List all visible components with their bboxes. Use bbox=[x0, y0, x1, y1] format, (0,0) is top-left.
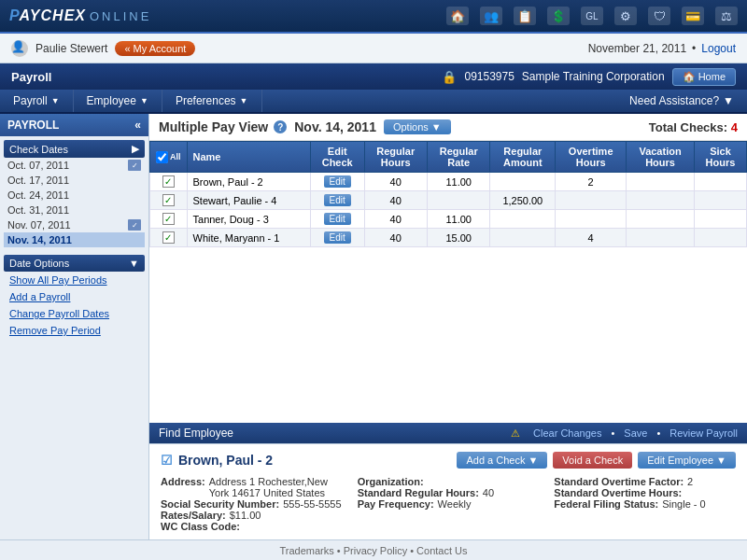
shield-nav-icon[interactable]: 🛡 bbox=[648, 7, 670, 25]
row4-edit-cell[interactable]: Edit bbox=[310, 229, 364, 247]
row2-edit-cell[interactable]: Edit bbox=[310, 191, 364, 210]
row1-vac-hours bbox=[627, 173, 695, 191]
action-links: ⚠ Clear Changes • Save • Review Payroll bbox=[511, 427, 738, 440]
date-options-arrow-icon: ▼ bbox=[129, 258, 139, 269]
row1-checkbox[interactable]: ✓ bbox=[162, 175, 175, 188]
col-regular-rate: RegularRate bbox=[427, 142, 489, 173]
people-nav-icon[interactable]: 👥 bbox=[480, 7, 502, 25]
row3-reg-amount bbox=[490, 210, 556, 229]
add-check-arrow-icon: ▼ bbox=[528, 455, 538, 466]
check-dates-header[interactable]: Check Dates ▶ bbox=[4, 140, 145, 158]
payroll-section-title: Payroll bbox=[11, 70, 51, 84]
balance-nav-icon[interactable]: ⚖ bbox=[715, 7, 738, 25]
check-date-oct31[interactable]: Oct. 31, 2011 bbox=[4, 203, 145, 217]
pay-freq-row: Pay Frequency: Weekly bbox=[358, 498, 540, 510]
select-all-checkbox[interactable] bbox=[156, 151, 168, 163]
row3-vac-hours bbox=[627, 210, 695, 229]
user-avatar: 👤 bbox=[11, 40, 28, 57]
check-dates-arrow-icon: ▶ bbox=[132, 143, 139, 155]
row4-edit-button[interactable]: Edit bbox=[324, 231, 351, 244]
date-option-remove-period[interactable]: Remove Pay Period bbox=[4, 322, 145, 339]
row3-edit-button[interactable]: Edit bbox=[324, 213, 351, 225]
row2-name: Stewart, Paulie - 4 bbox=[187, 191, 310, 210]
settings-nav-icon[interactable]: ⚙ bbox=[614, 7, 637, 25]
table-row: ✓ Brown, Paul - 2 Edit 40 11.00 2 bbox=[150, 173, 747, 191]
row1-reg-hours: 40 bbox=[364, 173, 427, 191]
row2-reg-amount: 1,250.00 bbox=[490, 191, 556, 210]
check-date-nov14[interactable]: Nov. 14, 2011 bbox=[4, 232, 145, 247]
menu-preferences[interactable]: Preferences ▼ bbox=[162, 90, 262, 112]
edit-employee-button[interactable]: Edit Employee ▼ bbox=[638, 452, 736, 469]
row3-checkbox[interactable]: ✓ bbox=[162, 213, 175, 225]
std-reg-hours-row: Standard Regular Hours: 40 bbox=[358, 487, 540, 498]
row1-sick-hours bbox=[694, 173, 746, 191]
date-option-add-payroll[interactable]: Add a Payroll bbox=[4, 288, 145, 305]
rates-row: Rates/Salary: $11.00 bbox=[161, 510, 343, 521]
sidebar-collapse-icon[interactable]: « bbox=[134, 119, 141, 132]
clear-changes-link[interactable]: Clear Changes bbox=[533, 427, 601, 439]
row2-checkbox-cell[interactable]: ✓ bbox=[150, 191, 188, 210]
row3-name: Tanner, Doug - 3 bbox=[187, 210, 310, 229]
check-date-oct07[interactable]: Oct. 07, 2011 ✓ bbox=[4, 158, 145, 173]
add-check-button[interactable]: Add a Check ▼ bbox=[457, 452, 547, 469]
company-name: Sample Training Corporation bbox=[522, 70, 665, 83]
col-regular-hours: RegularHours bbox=[364, 142, 427, 173]
table-row: ✓ White, Maryann - 1 Edit 40 15.00 4 bbox=[150, 229, 747, 247]
gl-nav-icon[interactable]: GL bbox=[581, 7, 603, 25]
home-button[interactable]: 🏠 Home bbox=[672, 68, 736, 86]
date-option-show-all[interactable]: Show All Pay Periods bbox=[4, 272, 145, 288]
row2-vac-hours bbox=[627, 191, 695, 210]
row1-name: Brown, Paul - 2 bbox=[187, 173, 310, 191]
check-date-oct24[interactable]: Oct. 24, 2011 bbox=[4, 188, 145, 203]
row4-sick-hours bbox=[694, 229, 746, 247]
row3-checkbox-cell[interactable]: ✓ bbox=[150, 210, 188, 229]
row2-reg-rate bbox=[427, 191, 489, 210]
row4-checkbox[interactable]: ✓ bbox=[162, 231, 175, 244]
need-assistance-button[interactable]: Need Assistance? ▼ bbox=[616, 94, 747, 107]
row1-reg-amount bbox=[490, 173, 556, 191]
review-payroll-link[interactable]: Review Payroll bbox=[669, 427, 738, 439]
footer-links: Trademarks • Privacy Policy • Contact Us bbox=[279, 545, 467, 556]
row1-edit-cell[interactable]: Edit bbox=[310, 173, 364, 191]
subheader: 👤 Paulie Stewert « My Account November 2… bbox=[0, 34, 747, 63]
dollar-nav-icon[interactable]: 💲 bbox=[547, 7, 570, 25]
menu-employee[interactable]: Employee ▼ bbox=[74, 90, 162, 112]
header: PAYCHEX ONLINE 🏠 👥 📋 💲 GL ⚙ 🛡 💳 ⚖ bbox=[0, 0, 747, 34]
logout-link[interactable]: Logout bbox=[701, 42, 736, 55]
row4-name: White, Maryann - 1 bbox=[187, 229, 310, 247]
logo-online: ONLINE bbox=[90, 9, 151, 23]
find-employee-bar: Find Employee ⚠ Clear Changes • Save • R… bbox=[149, 423, 747, 443]
row1-edit-button[interactable]: Edit bbox=[324, 175, 351, 188]
col-regular-amount: RegularAmount bbox=[490, 142, 556, 173]
current-date: November 21, 2011 bbox=[588, 42, 686, 55]
home-nav-icon[interactable]: 🏠 bbox=[446, 7, 469, 25]
check-date-oct17[interactable]: Oct. 17, 2011 bbox=[4, 173, 145, 188]
check-dates-section: Check Dates ▶ Oct. 07, 2011 ✓ Oct. 17, 2… bbox=[4, 140, 145, 247]
total-checks-display: Total Checks: 4 bbox=[649, 120, 738, 134]
void-check-button[interactable]: Void a Check bbox=[553, 452, 632, 469]
card-nav-icon[interactable]: 💳 bbox=[682, 7, 704, 25]
employee-name-title: ☑ Brown, Paul - 2 bbox=[161, 453, 273, 468]
options-button[interactable]: Options ▼ bbox=[384, 119, 451, 134]
col-check-all: All bbox=[150, 142, 188, 173]
employee-detail-grid: Address: Address 1 Rochester,New York 14… bbox=[161, 476, 736, 532]
assist-arrow-icon: ▼ bbox=[723, 94, 734, 107]
date-options-header[interactable]: Date Options ▼ bbox=[4, 255, 145, 272]
row2-checkbox[interactable]: ✓ bbox=[162, 194, 175, 206]
docs-nav-icon[interactable]: 📋 bbox=[514, 7, 536, 25]
warning-icon: ⚠ bbox=[511, 427, 520, 440]
save-link[interactable]: Save bbox=[624, 427, 647, 439]
row1-checkbox-cell[interactable]: ✓ bbox=[150, 173, 188, 191]
date-option-change-dates[interactable]: Change Payroll Dates bbox=[4, 305, 145, 322]
row3-edit-cell[interactable]: Edit bbox=[310, 210, 364, 229]
row2-edit-button[interactable]: Edit bbox=[324, 194, 351, 206]
col-name: Name bbox=[187, 142, 310, 173]
menu-payroll[interactable]: Payroll ▼ bbox=[0, 90, 74, 112]
my-account-button[interactable]: « My Account bbox=[115, 41, 195, 56]
col-edit-check: EditCheck bbox=[310, 142, 364, 173]
help-icon[interactable]: ? bbox=[274, 120, 287, 133]
employee-detail: ☑ Brown, Paul - 2 Add a Check ▼ Void a C… bbox=[149, 443, 747, 539]
find-employee-label: Find Employee bbox=[159, 427, 233, 440]
check-date-nov07[interactable]: Nov. 07, 2011 ✓ bbox=[4, 217, 145, 232]
row4-checkbox-cell[interactable]: ✓ bbox=[150, 229, 188, 247]
